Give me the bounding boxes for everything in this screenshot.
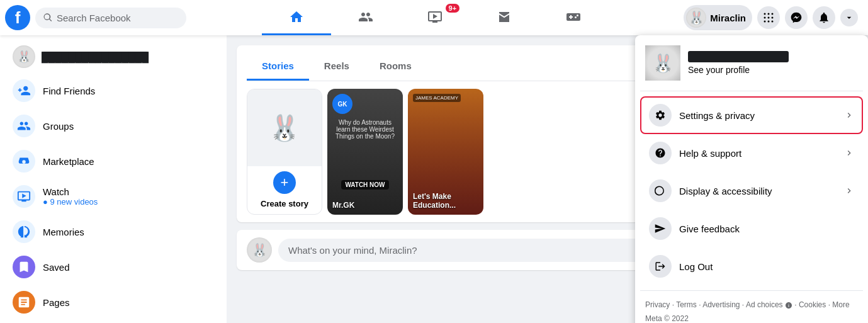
story-edu-badge: JAMES ACADEMY <box>413 94 461 102</box>
sidebar-item-marketplace[interactable]: Marketplace <box>5 144 222 179</box>
story-make-edu[interactable]: JAMES ACADEMY Let's Make Education... <box>408 89 483 215</box>
nav-watch[interactable]: 9+ <box>400 0 470 35</box>
sidebar-profile-name: ████████████████ <box>42 52 149 62</box>
sidebar-saved-label: Saved <box>43 262 70 273</box>
dm-divider-1 <box>640 91 863 91</box>
mr-gk-avatar: GK <box>332 94 352 114</box>
marketplace-icon <box>497 9 512 25</box>
tab-reels[interactable]: Reels <box>309 53 364 81</box>
feedback-icon <box>649 217 672 240</box>
nav-gaming[interactable] <box>539 0 608 35</box>
nav-marketplace[interactable] <box>470 0 539 35</box>
sidebar: 🐰 ████████████████ Find Friends Groups M… <box>0 35 227 323</box>
tab-stories[interactable]: Stories <box>247 53 309 81</box>
sidebar-find-friends-label: Find Friends <box>43 86 95 96</box>
sidebar-watch-sublabel: ● 9 new videos <box>43 197 98 207</box>
account-dropdown: 🐰 See your profile Settings & privacy He… <box>635 35 868 323</box>
footer-privacy[interactable]: Privacy <box>645 300 670 309</box>
dm-profile-row[interactable]: 🐰 See your profile <box>640 40 863 86</box>
sidebar-pages-label: Pages <box>43 297 70 308</box>
story-mr-gk[interactable]: GK Why do Astronauts learn these Weirdes… <box>327 89 403 215</box>
dm-see-profile: See your profile <box>688 65 789 75</box>
sidebar-item-find-friends[interactable]: Find Friends <box>5 73 222 108</box>
grid-icon-btn[interactable] <box>757 6 780 29</box>
sidebar-profile[interactable]: 🐰 ████████████████ <box>5 40 222 73</box>
pages-icon <box>13 291 35 314</box>
dm-help-label: Help & support <box>679 148 837 159</box>
bell-icon <box>818 11 830 24</box>
nav-home[interactable] <box>262 0 331 35</box>
dm-item-display[interactable]: Display & accessibility <box>640 172 863 210</box>
facebook-logo: f <box>5 5 30 30</box>
dm-logout-label: Log Out <box>679 261 854 272</box>
dm-avatar: 🐰 <box>645 45 680 81</box>
watch-now-badge: WATCH NOW <box>327 178 403 190</box>
messenger-icon <box>790 11 803 24</box>
sidebar-item-pages[interactable]: Pages <box>5 285 222 320</box>
find-friends-icon <box>13 79 35 102</box>
create-plus-icon: + <box>273 171 296 194</box>
nav-right: 🐰 Miraclin <box>684 5 868 30</box>
story-gk-content: Why do Astronauts learn these Weirdest T… <box>327 114 403 145</box>
chevron-down-icon <box>844 13 854 23</box>
gaming-icon <box>566 9 581 25</box>
sidebar-groups-label: Groups <box>43 121 74 132</box>
watch-side-icon <box>13 185 35 208</box>
memories-icon <box>13 220 35 243</box>
saved-icon <box>13 256 35 278</box>
top-navigation: f Search Facebook 9+ <box>0 0 868 35</box>
search-icon <box>43 13 53 23</box>
dm-divider-2 <box>640 290 863 291</box>
footer-terms[interactable]: Terms <box>676 300 697 309</box>
user-pill[interactable]: 🐰 Miraclin <box>684 5 752 30</box>
footer-meta: Meta © 2022 <box>645 314 689 323</box>
chevron-right-icon <box>844 110 854 120</box>
story-edu-label: Let's Make Education... <box>408 187 483 215</box>
sidebar-item-watch[interactable]: Watch ● 9 new videos <box>5 179 222 214</box>
watch-icon <box>427 9 442 25</box>
sidebar-watch-label: Watch <box>43 186 98 197</box>
dm-settings-label: Settings & privacy <box>679 110 837 121</box>
dm-name-bar <box>688 51 789 62</box>
footer-more[interactable]: More <box>832 300 849 309</box>
grid-icon <box>763 12 774 23</box>
moon-icon <box>649 179 672 202</box>
create-story-label: Create story <box>261 199 308 208</box>
sidebar-item-groups[interactable]: Groups <box>5 108 222 144</box>
sidebar-avatar: 🐰 <box>13 45 35 68</box>
footer-adchoices[interactable]: Ad choices <box>746 300 783 309</box>
logo-area: f <box>0 0 35 35</box>
sidebar-item-saved[interactable]: Saved <box>5 249 222 285</box>
help-icon <box>649 142 672 164</box>
nav-center: 9+ <box>186 0 684 35</box>
search-box[interactable]: Search Facebook <box>35 8 186 28</box>
story-gk-label: Mr.GK <box>327 196 403 215</box>
nav-friends[interactable] <box>331 0 400 35</box>
chevron-right-help-icon <box>844 148 854 158</box>
settings-icon <box>649 104 672 127</box>
dm-footer: Privacy · Terms · Advertising · Ad choic… <box>640 296 863 323</box>
post-avatar: 🐰 <box>247 237 272 263</box>
notifications-icon-btn[interactable] <box>813 6 835 29</box>
create-story-top: 🐰 <box>247 89 322 166</box>
tab-rooms[interactable]: Rooms <box>364 53 427 81</box>
watch-badge: 9+ <box>446 4 460 13</box>
dm-item-settings[interactable]: Settings & privacy <box>640 96 863 134</box>
friends-icon <box>358 9 373 25</box>
user-name-nav: Miraclin <box>710 13 746 23</box>
sidebar-item-memories[interactable]: Memories <box>5 214 222 249</box>
groups-icon <box>13 115 35 137</box>
dm-item-feedback[interactable]: Give feedback <box>640 210 863 247</box>
footer-advertising[interactable]: Advertising <box>702 300 740 309</box>
logout-icon <box>649 255 672 278</box>
footer-cookies[interactable]: Cookies <box>799 300 826 309</box>
dm-item-help[interactable]: Help & support <box>640 134 863 172</box>
fb-logo-letter: f <box>15 9 21 26</box>
dropdown-arrow-btn[interactable] <box>840 9 858 26</box>
footer-links: Privacy · Terms · Advertising · Ad choic… <box>645 298 858 323</box>
create-story-avatar: 🐰 <box>247 89 322 166</box>
create-story-card[interactable]: 🐰 + Create story <box>247 89 322 215</box>
marketplace-side-icon <box>13 150 35 173</box>
messenger-icon-btn[interactable] <box>785 6 808 29</box>
dm-item-logout[interactable]: Log Out <box>640 247 863 285</box>
